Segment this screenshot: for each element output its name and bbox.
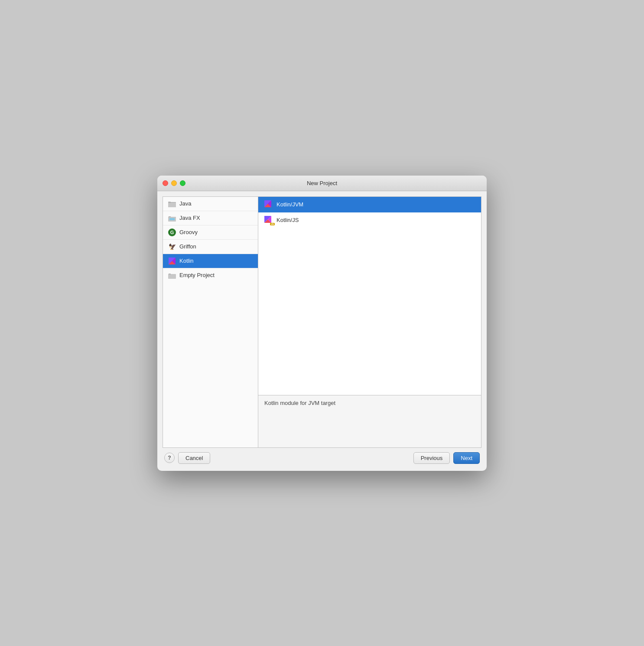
help-button[interactable]: ? [164, 453, 175, 463]
description-text: Kotlin module for JVM target [264, 400, 335, 406]
dialog-content: Java Java FX G [157, 191, 487, 471]
previous-button[interactable]: Previous [413, 452, 450, 464]
sidebar-item-kotlin[interactable]: Kotlin [163, 254, 258, 268]
svg-rect-12 [169, 274, 171, 274]
sidebar-item-java[interactable]: Java [163, 197, 258, 211]
next-button[interactable]: Next [453, 452, 480, 464]
right-list-item-label-kotlin-js: Kotlin/JS [276, 217, 299, 223]
traffic-lights [163, 180, 185, 186]
minimize-button[interactable] [171, 180, 177, 186]
right-list-item-kotlin-jvm[interactable]: Kotlin/JVM [258, 197, 481, 212]
svg-rect-7 [169, 218, 175, 220]
description-area: Kotlin module for JVM target [258, 395, 481, 447]
sidebar-item-label-groovy: Groovy [179, 229, 198, 235]
sidebar-item-label-javafx: Java FX [179, 215, 200, 221]
close-button[interactable] [163, 180, 168, 186]
kotlin-js-icon: JS [264, 216, 273, 225]
main-area: Java Java FX G [163, 196, 481, 448]
left-panel: Java Java FX G [163, 197, 258, 447]
right-list: Kotlin/JVM JS Kotlin/JS [258, 197, 481, 395]
groovy-icon: G [168, 228, 176, 236]
button-bar-right: Previous Next [413, 452, 480, 464]
sidebar-item-label-kotlin: Kotlin [179, 258, 194, 264]
sidebar-item-groovy[interactable]: G Groovy [163, 225, 258, 240]
svg-rect-3 [168, 202, 176, 207]
sidebar-item-label-java: Java [179, 200, 191, 207]
griffon-icon: 🦅 [168, 243, 176, 251]
kotlin-icon [168, 257, 176, 265]
folder-icon [168, 200, 176, 208]
button-bar-left: ? Cancel [164, 452, 210, 464]
button-bar: ? Cancel Previous Next [163, 448, 481, 466]
cancel-button[interactable]: Cancel [178, 452, 210, 464]
sidebar-item-javafx[interactable]: Java FX [163, 211, 258, 225]
sidebar-item-label-griffon: Griffon [179, 243, 196, 250]
window-title: New Project [307, 180, 337, 186]
title-bar: New Project [157, 176, 487, 191]
svg-rect-11 [168, 274, 176, 279]
empty-folder-icon [168, 271, 176, 279]
kotlin-jvm-icon [264, 200, 273, 209]
svg-rect-4 [169, 202, 171, 203]
right-list-item-kotlin-js[interactable]: JS Kotlin/JS [258, 212, 481, 228]
right-panel: Kotlin/JVM JS Kotlin/JS [258, 197, 481, 447]
svg-rect-6 [169, 216, 171, 217]
folder-icon [168, 214, 176, 222]
maximize-button[interactable] [180, 180, 185, 186]
sidebar-item-griffon[interactable]: 🦅 Griffon [163, 240, 258, 254]
sidebar-item-label-empty: Empty Project [179, 272, 215, 278]
right-list-item-label-kotlin-jvm: Kotlin/JVM [276, 201, 303, 208]
new-project-dialog: New Project Java [157, 176, 487, 471]
sidebar-item-empty-project[interactable]: Empty Project [163, 268, 258, 282]
